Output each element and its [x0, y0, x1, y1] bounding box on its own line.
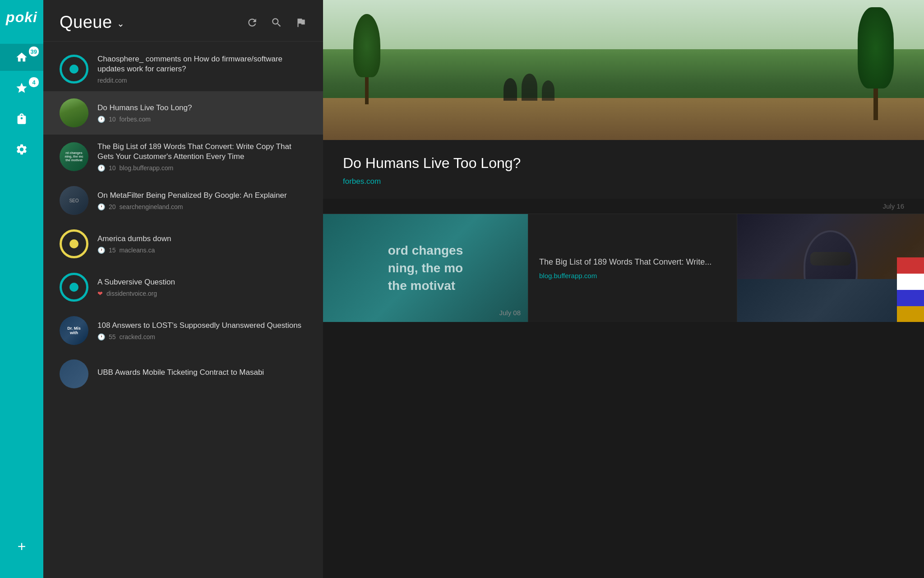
thumbnails-row: ord changes ning, the mo the motivat Jul… [323, 214, 924, 322]
read-time: 15 [109, 247, 116, 254]
refresh-button[interactable] [246, 17, 258, 28]
sidebar-item-home[interactable]: 39 [0, 44, 43, 71]
heart-icon: ❤ [97, 290, 103, 297]
queue-header: Queue ⌄ [43, 0, 323, 42]
item-source: forbes.com [120, 116, 151, 123]
refresh-icon [246, 17, 258, 28]
queue-item[interactable]: Chaosphere_ comments on How do firmware/… [43, 47, 323, 91]
item-source: cracked.com [120, 333, 155, 340]
item-title: The Big List of 189 Words That Convert: … [97, 142, 307, 162]
item-avatar [60, 55, 88, 84]
preview-panel: Do Humans Live Too Long? forbes.com July… [323, 0, 924, 578]
item-source: searchengineland.com [120, 203, 183, 210]
queue-item[interactable]: A Subversive Question ❤ dissidentvoice.o… [43, 266, 323, 309]
item-info: Do Humans Live Too Long? 🕐 10 forbes.com [97, 103, 307, 123]
item-info: 108 Answers to LOST's Supposedly Unanswe… [97, 321, 307, 340]
queue-list: Chaosphere_ comments on How do firmware/… [43, 42, 323, 578]
item-avatar: rd changesning, the mcthe motivat [60, 142, 88, 171]
item-avatar [60, 273, 88, 302]
item-title: Chaosphere_ comments on How do firmware/… [97, 54, 307, 74]
clock-icon: 🕐 [97, 164, 105, 172]
featured-article-title: Do Humans Live Too Long? [343, 154, 904, 172]
item-info: The Big List of 189 Words That Convert: … [97, 142, 307, 172]
featured-image [323, 0, 924, 140]
read-time: 10 [109, 116, 116, 123]
item-title: America dumbs down [97, 234, 307, 244]
read-time: 20 [109, 203, 116, 210]
home-icon [15, 51, 28, 64]
sidebar-nav: 39 4 [0, 44, 43, 533]
search-button[interactable] [271, 17, 282, 28]
queue-item[interactable]: SEO On MetaFilter Being Penalized By Goo… [43, 179, 323, 222]
queue-title: Queue [60, 13, 112, 32]
thumb-article-source: blog.bufferapp.com [539, 272, 726, 280]
app-logo: poki [6, 9, 37, 26]
thumbnail-card-person-photo[interactable] [737, 214, 924, 322]
item-avatar: Dr. Miswith [60, 316, 88, 345]
star-badge: 4 [29, 77, 39, 87]
item-info: Chaosphere_ comments on How do firmware/… [97, 54, 307, 84]
item-info: UBB Awards Mobile Ticketing Contract to … [97, 368, 307, 380]
item-meta: 🕐 15 macleans.ca [97, 247, 307, 254]
clock-icon: 🕐 [97, 333, 105, 340]
queue-item[interactable]: rd changesning, the mcthe motivat The Bi… [43, 135, 323, 179]
queue-item[interactable]: Do Humans Live Too Long? 🕐 10 forbes.com [43, 91, 323, 135]
thumbnail-date: July 08 [499, 309, 521, 317]
item-meta: 🕐 10 forbes.com [97, 116, 307, 123]
flag-icon [295, 17, 307, 28]
item-meta: 🕐 55 cracked.com [97, 333, 307, 340]
item-avatar: SEO [60, 186, 88, 215]
item-avatar [60, 359, 88, 388]
thumb-article-title: The Big List of 189 Words That Convert: … [539, 257, 726, 267]
queue-item[interactable]: Dr. Miswith 108 Answers to LOST's Suppos… [43, 309, 323, 352]
queue-panel: Queue ⌄ [43, 0, 323, 578]
queue-item[interactable]: UBB Awards Mobile Ticketing Contract to … [43, 352, 323, 396]
item-title: Do Humans Live Too Long? [97, 103, 307, 113]
item-meta: 🕐 20 searchengineland.com [97, 203, 307, 210]
queue-title-area[interactable]: Queue ⌄ [60, 13, 125, 32]
featured-date: July 16 [323, 199, 924, 214]
gear-icon [15, 143, 28, 156]
item-avatar [60, 229, 88, 258]
item-title: A Subversive Question [97, 277, 307, 287]
clock-icon: 🕐 [97, 247, 105, 254]
bag-icon [15, 112, 28, 125]
item-source: dissidentvoice.org [106, 290, 157, 297]
featured-article-source[interactable]: forbes.com [343, 177, 904, 186]
main-area: Queue ⌄ [43, 0, 924, 578]
item-info: America dumbs down 🕐 15 macleans.ca [97, 234, 307, 254]
read-time: 10 [109, 164, 116, 172]
buffer-text-overlay: ord changes ning, the mo the motivat [388, 242, 463, 295]
item-meta: reddit.com [97, 77, 307, 84]
read-time: 55 [109, 333, 116, 340]
queue-actions [246, 17, 307, 28]
item-source: blog.bufferapp.com [120, 164, 174, 172]
item-source: reddit.com [97, 77, 127, 84]
flag-button[interactable] [295, 17, 307, 28]
thumbnail-card-buffer-info[interactable]: The Big List of 189 Words That Convert: … [528, 214, 737, 322]
item-info: A Subversive Question ❤ dissidentvoice.o… [97, 277, 307, 297]
clock-icon: 🕐 [97, 203, 105, 210]
item-source: macleans.ca [120, 247, 155, 254]
item-title: On MetaFilter Being Penalized By Google:… [97, 191, 307, 200]
item-meta: ❤ dissidentvoice.org [97, 290, 307, 297]
item-avatar [60, 98, 88, 127]
featured-article-info: Do Humans Live Too Long? forbes.com [323, 140, 924, 199]
item-title: UBB Awards Mobile Ticketing Contract to … [97, 368, 307, 378]
sidebar-bottom: + [0, 533, 43, 569]
star-icon [15, 82, 28, 94]
sidebar-item-bag[interactable] [0, 105, 43, 132]
item-title: 108 Answers to LOST's Supposedly Unanswe… [97, 321, 307, 331]
home-badge: 39 [29, 47, 39, 56]
add-button[interactable]: + [0, 533, 43, 560]
clock-icon: 🕐 [97, 116, 105, 123]
item-meta: 🕐 10 blog.bufferapp.com [97, 164, 307, 172]
queue-item[interactable]: America dumbs down 🕐 15 macleans.ca [43, 222, 323, 266]
sidebar-item-settings[interactable] [0, 136, 43, 163]
sidebar-item-starred[interactable]: 4 [0, 75, 43, 102]
thumbnail-card-buffer-text[interactable]: ord changes ning, the mo the motivat Jul… [323, 214, 528, 322]
sidebar: poki 39 4 + [0, 0, 43, 578]
queue-dropdown-icon: ⌄ [117, 18, 125, 29]
search-icon [271, 17, 282, 28]
item-info: On MetaFilter Being Penalized By Google:… [97, 191, 307, 210]
